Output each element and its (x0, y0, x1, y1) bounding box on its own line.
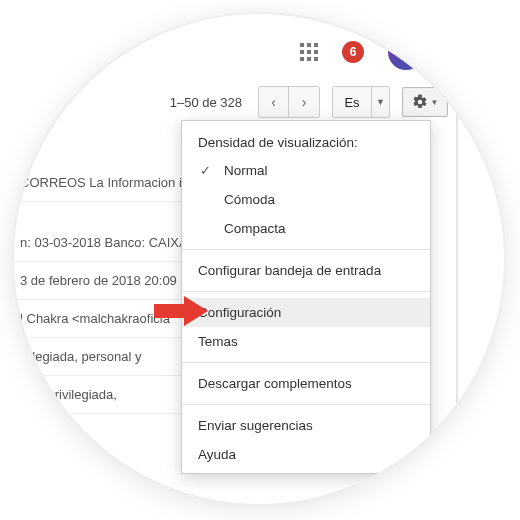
menu-separator (182, 404, 430, 405)
menu-section-header: Densidad de visualización: (182, 129, 430, 156)
svg-marker-0 (154, 296, 208, 326)
header-bar: 6 (300, 34, 424, 70)
settings-menu: Densidad de visualización: Normal Cómoda… (181, 120, 431, 474)
apps-icon[interactable] (300, 43, 318, 61)
chevron-down-icon: ▼ (371, 87, 389, 117)
menu-item-configure-inbox[interactable]: Configurar bandeja de entrada (182, 256, 430, 285)
notifications-badge[interactable]: 6 (342, 41, 364, 63)
menu-item-help[interactable]: Ayuda (182, 440, 430, 469)
pager: ‹ › (258, 86, 320, 118)
avatar[interactable] (388, 34, 424, 70)
menu-separator (182, 249, 430, 250)
menu-item-settings[interactable]: Configuración (182, 298, 430, 327)
menu-separator (182, 362, 430, 363)
settings-gear-button[interactable]: ▼ (402, 87, 448, 117)
menu-separator (182, 291, 430, 292)
menu-item-themes[interactable]: Temas (182, 327, 430, 356)
menu-item-feedback[interactable]: Enviar sugerencias (182, 411, 430, 440)
message-meta: 27 feb (382, 463, 448, 482)
message-date: 27 feb (412, 465, 448, 480)
menu-item-addons[interactable]: Descargar complementos (182, 369, 430, 398)
page-next-button[interactable]: › (289, 87, 319, 117)
menu-item-density-compact[interactable]: Compacta (182, 214, 430, 243)
chevron-down-icon: ▼ (431, 98, 439, 107)
pointer-arrow-icon (154, 296, 208, 326)
menu-item-density-comfortable[interactable]: Cómoda (182, 185, 430, 214)
input-tools-button[interactable]: Es ▼ (332, 86, 390, 118)
input-tools-label: Es (333, 87, 371, 117)
pagination-count: 1–50 de 328 (170, 95, 242, 110)
scrollbar[interactable] (456, 94, 458, 454)
gear-icon (412, 94, 428, 110)
page-prev-button[interactable]: ‹ (259, 87, 289, 117)
toolbar: 1–50 de 328 ‹ › Es ▼ ▼ (14, 86, 454, 118)
menu-item-density-normal[interactable]: Normal (182, 156, 430, 185)
